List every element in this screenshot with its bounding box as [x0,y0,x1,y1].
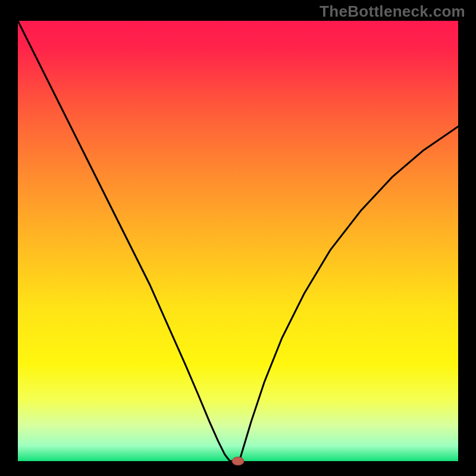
chart-canvas [0,0,476,476]
chart-frame: TheBottleneck.com [0,0,476,476]
gradient-background [18,21,458,461]
min-point-marker [232,457,244,465]
